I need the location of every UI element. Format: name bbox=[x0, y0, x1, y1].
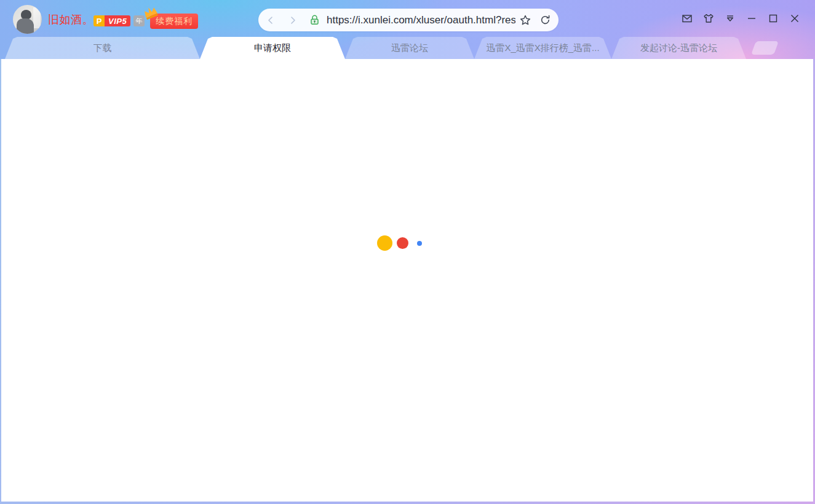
mail-icon[interactable] bbox=[682, 13, 693, 24]
tab-xunlei-ranking[interactable]: 迅雷X_迅雷X排行榜_迅雷... bbox=[474, 37, 611, 59]
loading-dot-blue bbox=[417, 241, 422, 246]
avatar-background bbox=[33, 7, 41, 28]
avatar-person-body bbox=[17, 18, 34, 34]
tab-label: 下载 bbox=[93, 42, 112, 54]
back-icon[interactable] bbox=[266, 15, 276, 25]
lock-icon[interactable] bbox=[309, 14, 320, 26]
bookmark-star-icon[interactable] bbox=[519, 14, 531, 26]
loading-dot-red bbox=[397, 237, 408, 249]
refresh-icon[interactable] bbox=[539, 14, 551, 26]
username-text[interactable]: 旧如酒。 bbox=[48, 13, 93, 26]
user-avatar[interactable] bbox=[13, 5, 42, 34]
new-tab-button[interactable] bbox=[751, 41, 779, 55]
close-button[interactable] bbox=[789, 13, 800, 24]
forward-icon[interactable] bbox=[288, 15, 298, 25]
window-controls bbox=[682, 0, 800, 37]
tab-label: 迅雷论坛 bbox=[391, 42, 428, 54]
minimize-button[interactable] bbox=[746, 13, 757, 24]
tab-start-discussion[interactable]: 发起讨论-迅雷论坛 bbox=[611, 37, 746, 59]
skin-theme-icon[interactable] bbox=[703, 13, 714, 24]
loading-dot-yellow bbox=[377, 235, 392, 251]
vip-level-badge: VIP5 bbox=[105, 15, 130, 26]
tab-download[interactable]: 下载 bbox=[5, 37, 200, 59]
tab-label: 发起讨论-迅雷论坛 bbox=[640, 42, 717, 54]
titlebar: 旧如酒。 P VIP5 年 续费福利 bbox=[0, 0, 815, 37]
url-input[interactable]: https://i.xunlei.com/xluser/oauth.html?r… bbox=[327, 14, 515, 26]
renew-button-label: 续费福利 bbox=[156, 16, 193, 26]
tab-label: 申请权限 bbox=[254, 42, 291, 54]
tab-xunlei-forum[interactable]: 迅雷论坛 bbox=[345, 37, 474, 59]
maximize-button[interactable] bbox=[768, 13, 779, 24]
page-content bbox=[1, 59, 813, 502]
browser-window: 旧如酒。 P VIP5 年 续费福利 bbox=[0, 0, 815, 504]
tab-bar: 下载 申请权限 迅雷论坛 迅雷X_迅雷X排行榜_迅雷... 发起讨论-迅雷论坛 bbox=[0, 37, 815, 59]
tab-request-permission-active[interactable]: 申请权限 bbox=[200, 37, 345, 59]
vip-p-badge: P bbox=[93, 15, 105, 26]
address-bar[interactable]: https://i.xunlei.com/xluser/oauth.html?r… bbox=[258, 9, 559, 31]
window-chrome: 旧如酒。 P VIP5 年 续费福利 bbox=[0, 0, 815, 59]
loading-indicator bbox=[377, 235, 422, 251]
menu-dropdown-icon[interactable] bbox=[725, 13, 736, 24]
tab-label: 迅雷X_迅雷X排行榜_迅雷... bbox=[486, 42, 599, 54]
renew-benefits-button[interactable]: 续费福利 bbox=[150, 14, 198, 29]
vip-badge-group[interactable]: P VIP5 年 bbox=[93, 15, 145, 26]
